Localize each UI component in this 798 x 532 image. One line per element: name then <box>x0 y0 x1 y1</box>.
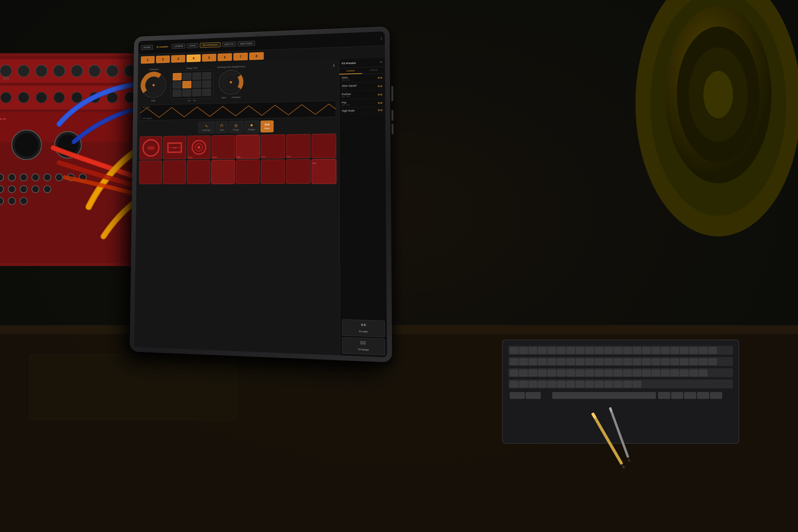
pad-8[interactable] <box>311 134 336 158</box>
stopper-btn[interactable]: ■ Stopper <box>244 121 259 133</box>
autofilter-btn[interactable]: ∿ AutoFilter <box>198 121 214 133</box>
preset-sub-2: 1 · 1 <box>342 87 357 90</box>
ipad-volume-down-button[interactable] <box>392 124 394 134</box>
sync-button[interactable]: SYNC <box>187 43 198 49</box>
flange-label: Flange <box>233 129 239 131</box>
gate-btn[interactable]: ⊓ Gate <box>216 121 228 133</box>
svg-rect-134 <box>519 381 528 387</box>
preset-tab-custom[interactable]: Custom <box>339 68 362 75</box>
track-1-button[interactable]: 1 <box>141 56 155 63</box>
delay-btn[interactable]: ⊗⊗ Delay <box>260 120 273 132</box>
fx-latch-button[interactable]: FX Latch <box>342 319 385 337</box>
fx-controls-area: Character <box>134 59 340 355</box>
ipad-volume-up-button[interactable] <box>392 110 394 121</box>
pad-4[interactable]: Stopper <box>211 135 235 159</box>
preset-item-5[interactable]: High Ruler ⊗⊗ <box>339 107 385 114</box>
delay-cell-active[interactable] <box>173 73 182 80</box>
svg-point-45 <box>8 186 15 193</box>
pad-13[interactable] <box>236 160 260 184</box>
routing-knob-container[interactable] <box>218 69 244 95</box>
track-5-button[interactable]: 5 <box>202 54 216 62</box>
pad-7[interactable]: Delay <box>286 134 310 158</box>
pad-2-label: Gate <box>173 147 176 149</box>
preset-info-5: High Ruler <box>342 109 355 112</box>
add-preset-button[interactable]: + <box>380 60 382 64</box>
delay-cell[interactable] <box>192 72 202 80</box>
pad-6[interactable]: Colou <box>261 134 285 159</box>
fx-groups-button[interactable]: FX Groups <box>342 337 385 355</box>
pad-12[interactable] <box>211 160 235 184</box>
edit-fx-button[interactable]: EDIT FX <box>222 42 236 47</box>
preset-item-4[interactable]: Psy 1/2 · 1/2 ⊗⊗ <box>339 99 385 108</box>
flange-btn[interactable]: ◎ Flange <box>229 121 243 133</box>
track-3-button[interactable]: 3 <box>171 55 185 63</box>
delay-grid[interactable] <box>171 70 213 99</box>
svg-point-26 <box>72 92 82 103</box>
pad-10[interactable] <box>163 160 186 184</box>
svg-rect-110 <box>699 359 707 365</box>
pad-3[interactable]: Flange <box>187 135 210 159</box>
preset-tab-default[interactable]: Default <box>362 67 385 74</box>
track-2-button[interactable]: 2 <box>156 55 170 63</box>
pad-14[interactable] <box>261 159 285 184</box>
ipad-power-button[interactable] <box>391 86 393 101</box>
delay-cell[interactable] <box>202 72 211 79</box>
pad-16[interactable]: Delay <box>311 159 336 184</box>
pad-15[interactable] <box>286 159 310 184</box>
delay-cell[interactable] <box>202 89 211 96</box>
delay-cell[interactable] <box>182 89 191 97</box>
preset-name-3: Evoluer <box>342 93 351 96</box>
delay-cell[interactable] <box>173 89 182 97</box>
svg-point-47 <box>32 186 39 193</box>
track-8-button[interactable]: 8 <box>249 52 264 60</box>
delay-cell-active[interactable] <box>182 81 191 88</box>
delay-cell[interactable] <box>173 81 182 89</box>
pad-4-label: Stopper <box>212 156 217 158</box>
svg-rect-181 <box>364 343 365 344</box>
svg-rect-115 <box>538 370 547 376</box>
svg-rect-137 <box>548 381 556 387</box>
pad-2[interactable]: Gate <box>163 136 186 159</box>
pad-1[interactable]: AutoFilter <box>139 136 162 159</box>
bpm-button[interactable]: 1/4 BPM <box>172 43 185 49</box>
svg-rect-77 <box>595 347 603 354</box>
character-knob-container[interactable] <box>140 71 167 99</box>
preset-item-3[interactable]: Evoluer 3/4 · 3/4 ⊗⊗ <box>339 90 385 100</box>
delay-time-section: Delay Time <box>171 66 213 102</box>
track-4-button[interactable]: 4 <box>187 54 201 62</box>
info-button[interactable]: i <box>381 36 382 40</box>
delay-cell[interactable] <box>192 89 201 96</box>
section-info-btn[interactable]: ℹ <box>332 62 336 69</box>
svg-point-17 <box>71 65 83 77</box>
svg-rect-122 <box>604 370 613 376</box>
pad-5[interactable]: Delay <box>236 135 260 159</box>
delay-cell[interactable] <box>202 80 211 88</box>
preset-name-5: High Ruler <box>342 109 355 112</box>
svg-point-41 <box>56 174 63 181</box>
pad-9[interactable] <box>139 160 162 184</box>
svg-rect-68 <box>510 347 518 354</box>
svg-rect-176 <box>360 341 361 343</box>
svg-rect-88 <box>699 347 707 354</box>
svg-rect-86 <box>680 347 688 354</box>
pad-11[interactable] <box>187 160 210 184</box>
delay-cell[interactable] <box>192 80 201 88</box>
delay-cell[interactable] <box>182 72 191 80</box>
home-button[interactable]: HOME <box>141 45 153 50</box>
preset-name-2: Slow Squad <box>342 84 357 87</box>
svg-point-25 <box>54 92 64 103</box>
track-6-button[interactable]: 6 <box>217 53 232 61</box>
edit-pads-button[interactable]: EDIT PADS <box>238 41 255 46</box>
preset-item-2[interactable]: Slow Squad 1 · 1 ⊗⊗ <box>339 82 385 91</box>
scene: VCO VCO LINE AR <box>0 0 798 532</box>
preset-icon-2: ⊗⊗ <box>378 84 383 88</box>
svg-rect-83 <box>652 347 660 354</box>
logo-area: ⚙ novation <box>155 45 170 49</box>
track-7-button[interactable]: 7 <box>233 53 248 61</box>
svg-rect-85 <box>671 347 679 354</box>
svg-rect-78 <box>604 347 613 354</box>
preset-item-1[interactable]: Zozo 1/4 · 1/4 ⊗⊗ <box>339 73 385 83</box>
recordings-button[interactable]: RECORDINGS <box>200 42 221 48</box>
svg-point-48 <box>44 186 51 193</box>
preset-icon-4: ⊗⊗ <box>378 101 383 104</box>
